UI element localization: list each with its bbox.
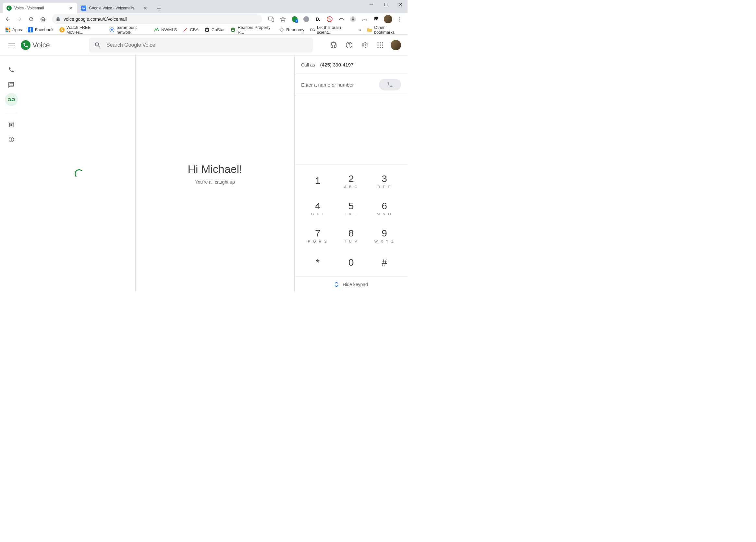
bookmark-facebook[interactable]: Facebook: [25, 26, 56, 34]
apps-icon: [5, 27, 10, 32]
window-minimize-button[interactable]: [364, 0, 378, 9]
settings-button[interactable]: [358, 39, 371, 52]
help-button[interactable]: [343, 39, 356, 52]
svg-point-36: [12, 98, 15, 101]
tab-close-icon[interactable]: [68, 6, 73, 11]
keypad-key-7[interactable]: 7P Q R S: [301, 222, 335, 249]
hamburger-menu-button[interactable]: [5, 39, 18, 52]
extension-lock-icon[interactable]: [348, 15, 358, 24]
nav-messages[interactable]: [5, 78, 18, 91]
extension-voice-icon[interactable]: 1: [290, 15, 299, 24]
folder-icon: [367, 27, 372, 32]
bookmarks-overflow[interactable]: »: [356, 26, 364, 34]
keypad-key-3[interactable]: 3D E F: [368, 167, 401, 195]
window-close-button[interactable]: [393, 0, 408, 9]
svg-rect-11: [6, 28, 7, 29]
search-input[interactable]: [106, 42, 308, 48]
keypad-key-hash[interactable]: #: [368, 249, 401, 276]
key-letters: T U V: [344, 240, 358, 243]
keypad-key-4[interactable]: 4G H I: [301, 195, 335, 222]
browser-tab-voicemails[interactable]: Google Voice - Voicemails: [77, 3, 152, 13]
key-letters: A B C: [344, 185, 358, 189]
profile-avatar[interactable]: [384, 15, 393, 24]
tab-title: Google Voice - Voicemails: [89, 6, 143, 10]
home-button[interactable]: [38, 14, 48, 24]
browser-tab-voice[interactable]: Voice - Voicemail: [3, 3, 77, 13]
bookmark-apps[interactable]: Apps: [3, 26, 25, 34]
dialer-spacer: [295, 95, 408, 165]
keypad-key-1[interactable]: 1: [301, 167, 335, 195]
svg-point-33: [380, 47, 381, 48]
call-as-number[interactable]: (425) 390-4197: [320, 62, 354, 68]
chrome-menu-button[interactable]: [395, 14, 405, 24]
voice-app: Voice Hi Michael! You: [0, 35, 408, 292]
svg-point-31: [382, 44, 383, 46]
headset-button[interactable]: [327, 39, 340, 52]
costar-icon: [204, 27, 210, 32]
bookmark-label: Facebook: [35, 27, 54, 32]
keypad-key-star[interactable]: *: [301, 249, 335, 276]
dialer-pane: Call as (425) 390-4197 1 2A B C 3D E F 4…: [295, 55, 408, 292]
keypad-key-8[interactable]: 8T U V: [335, 222, 368, 249]
voice-logo[interactable]: Voice: [21, 40, 50, 50]
search-bar[interactable]: [89, 38, 313, 53]
bookmark-reonomy[interactable]: Reonomy: [276, 26, 307, 34]
extension-d-icon[interactable]: D.: [313, 15, 323, 24]
nav-archive[interactable]: [5, 118, 18, 131]
search-icon: [94, 42, 101, 49]
bookmark-realtors[interactable]: Realtors Property R...: [228, 24, 276, 36]
forward-button[interactable]: [14, 14, 25, 24]
keypad-key-2[interactable]: 2A B C: [335, 167, 368, 195]
omnibox[interactable]: voice.google.com/u/0/voicemail: [52, 14, 262, 24]
other-bookmarks[interactable]: Other bookmarks: [364, 24, 405, 36]
bookmark-star-icon[interactable]: [278, 15, 287, 24]
key-letters: J K L: [345, 212, 358, 216]
svg-rect-12: [7, 28, 8, 29]
keypad: 1 2A B C 3D E F 4G H I 5J K L 6M N O 7P …: [295, 165, 408, 276]
keypad-key-0[interactable]: 0: [335, 249, 368, 276]
tab-favicon-icon: [6, 6, 12, 11]
keypad-key-6[interactable]: 6M N O: [368, 195, 401, 222]
extension-wing-icon[interactable]: [337, 15, 346, 24]
bookmark-label: Apps: [12, 27, 22, 32]
svg-point-28: [382, 42, 383, 43]
google-apps-button[interactable]: [374, 39, 387, 52]
account-avatar[interactable]: [389, 39, 402, 52]
tab-close-icon[interactable]: [143, 6, 148, 11]
key-num: 5: [348, 201, 354, 212]
back-button[interactable]: [3, 14, 13, 24]
hide-keypad-button[interactable]: Hide keypad: [295, 276, 408, 292]
bookmark-cba[interactable]: CBA: [180, 26, 201, 34]
nav-calls[interactable]: [5, 63, 18, 76]
bookmark-nwmls[interactable]: NWMLS: [152, 26, 179, 34]
call-button[interactable]: [379, 79, 401, 91]
dial-input[interactable]: [301, 82, 375, 88]
bookmark-paramount[interactable]: paramount network: [107, 24, 151, 36]
s-icon: S: [59, 27, 65, 32]
svg-point-38: [11, 141, 12, 141]
nav-spam[interactable]: [5, 133, 18, 146]
voicemail-list-pane: [23, 55, 136, 292]
keypad-key-9[interactable]: 9W X Y Z: [368, 222, 401, 249]
key-letters: W X Y Z: [374, 240, 395, 243]
collapse-icon: [334, 282, 339, 287]
reload-button[interactable]: [26, 14, 36, 24]
bookmark-brain[interactable]: FCLet this brain scient...: [308, 24, 355, 36]
app-body: Hi Michael! You're all caught up Call as…: [0, 55, 408, 292]
address-bar: voice.google.com/u/0/voicemail 1 D.: [0, 13, 408, 25]
window-maximize-button[interactable]: [378, 0, 393, 9]
new-tab-button[interactable]: [154, 4, 164, 13]
extension-ublock-icon[interactable]: [302, 15, 311, 24]
extension-malwarebytes-icon[interactable]: [372, 15, 381, 24]
extension-nord-icon[interactable]: [360, 15, 369, 24]
bookmark-label: Reonomy: [286, 27, 304, 32]
bookmark-costar[interactable]: CoStar: [202, 26, 227, 34]
keypad-key-5[interactable]: 5J K L: [335, 195, 368, 222]
key-letters: G H I: [311, 212, 324, 216]
send-to-device-icon[interactable]: [267, 15, 276, 24]
nav-voicemail[interactable]: [5, 93, 18, 106]
key-num: 2: [348, 173, 354, 184]
bookmark-movies[interactable]: SWatch FREE Movies...: [57, 24, 106, 36]
extension-noscript-icon[interactable]: [325, 15, 334, 24]
loading-spinner: [75, 169, 84, 179]
